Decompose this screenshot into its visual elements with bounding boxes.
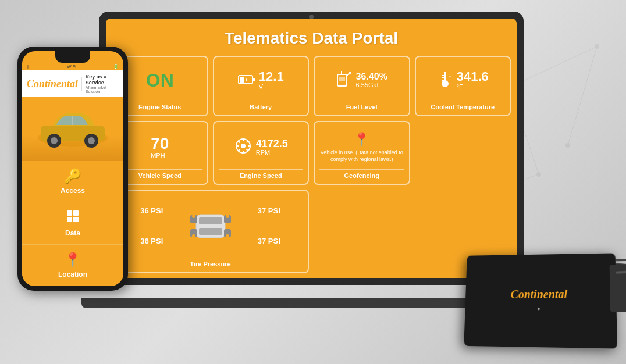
battery-label: Battery: [219, 101, 304, 110]
grid-icon: [66, 209, 80, 227]
portal-title: Telematics Data Portal: [106, 19, 517, 56]
svg-line-37: [246, 149, 248, 151]
hardware-brand: Continental: [511, 288, 567, 301]
svg-point-55: [51, 137, 58, 144]
battery-status: 🔋: [113, 64, 119, 69]
phone-menu-access[interactable]: 🔑 Access: [22, 161, 123, 202]
phone-status-bar: ||| WiFi 🔋: [22, 63, 123, 70]
pin-icon: 📍: [64, 252, 81, 268]
phone-service-sub: Aftermarket Solution: [86, 85, 119, 94]
phone-header-text: Key as a Service Aftermarket Solution: [86, 74, 119, 94]
svg-rect-19: [339, 77, 345, 81]
tire-rr: 37 PSI: [235, 237, 304, 245]
laptop-screen: Telematics Data Portal ON Engine Status: [106, 19, 517, 278]
battery-values: 12.1 V: [259, 70, 284, 91]
hardware-sub: ✦: [536, 306, 541, 312]
phone-screen: ||| WiFi 🔋 Continental Key as a Service …: [22, 51, 123, 286]
speed-values: 70 MPH: [151, 135, 169, 159]
fuel-label: Fuel Level: [319, 101, 404, 110]
tire-label: Tire Pressure: [118, 258, 303, 267]
car-diagram: [187, 212, 234, 241]
svg-point-21: [349, 72, 351, 74]
laptop: Telematics Data Portal ON Engine Status: [99, 12, 524, 308]
battery-inner: + - 12.1 V: [238, 63, 284, 98]
signal-icon: |||: [27, 64, 30, 69]
svg-text:-: -: [242, 77, 244, 83]
svg-point-24: [442, 80, 449, 87]
phone-menu-data[interactable]: Data: [22, 202, 123, 245]
svg-rect-58: [67, 210, 72, 216]
svg-line-3: [568, 47, 597, 145]
coolant-values: 341.6 °F: [457, 70, 489, 91]
engine-status-inner: ON: [146, 63, 174, 98]
battery-card: + - 12.1 V Battery: [213, 56, 310, 116]
location-label: Location: [58, 270, 87, 279]
svg-rect-61: [73, 217, 79, 222]
coolant-unit: °F: [457, 83, 463, 91]
svg-point-10: [565, 143, 570, 148]
access-label: Access: [61, 187, 85, 195]
speed-inner: 70 MPH: [151, 128, 169, 167]
fuel-gallons: 6.55Gal: [356, 81, 379, 89]
phone-menu: 🔑 Access Data 📍 Location: [22, 161, 123, 286]
svg-point-57: [88, 137, 95, 144]
engine-icon: [234, 137, 252, 158]
svg-line-38: [246, 141, 248, 143]
coolant-value: 341.6: [457, 70, 489, 83]
fuel-icon: [336, 70, 353, 91]
speed-value: 70: [151, 135, 169, 152]
portal-grid: ON Engine Status + -: [106, 56, 517, 278]
fuel-percent: 36.40%: [356, 72, 387, 81]
tire-grid: 36 PSI: [118, 197, 303, 255]
hardware-device: Continental ✦: [464, 253, 617, 348]
svg-point-50: [226, 234, 229, 238]
phone-menu-location[interactable]: 📍 Location: [22, 245, 123, 286]
svg-rect-60: [67, 217, 72, 222]
geofencing-card: 📍 Vehicle in use. (Data not enabled to c…: [314, 121, 410, 185]
coolant-card: ~ ~ 341.6 °F Coolent Temperature: [415, 56, 511, 116]
battery-icon: + -: [238, 72, 255, 88]
svg-point-49: [192, 234, 195, 238]
engine-speed-value: 4172.5: [256, 138, 288, 149]
data-label: Data: [65, 229, 80, 237]
svg-rect-42: [199, 228, 222, 235]
fuel-inner: 36.40% 6.55Gal: [336, 63, 387, 98]
engine-status-value: ON: [146, 70, 174, 91]
svg-text:+: +: [245, 77, 248, 83]
wifi-icon: WiFi: [67, 64, 76, 69]
phone-service-name: Key as a Service: [86, 74, 119, 85]
tire-pressure-card: 36 PSI: [112, 190, 309, 273]
svg-rect-59: [73, 210, 79, 216]
phone-notch: [55, 51, 90, 63]
car-side-view: [32, 109, 113, 149]
svg-point-47: [192, 215, 195, 218]
engine-speed-inner: 4172.5 RPM: [234, 128, 288, 167]
divider: [81, 77, 82, 91]
speed-label: Vehicle Speed: [118, 169, 202, 179]
laptop-camera: [309, 15, 314, 19]
svg-point-8: [595, 44, 599, 49]
svg-line-39: [238, 149, 240, 151]
tire-fr: 37 PSI: [235, 206, 304, 215]
geo-inner: 📍 Vehicle in use. (Data not enabled to c…: [319, 128, 404, 167]
phone-car-image: [22, 97, 123, 161]
engine-speed-card: 4172.5 RPM Engine Speed: [213, 121, 310, 185]
geo-label: Geofencing: [319, 169, 404, 179]
phone-brand: Continental: [27, 78, 78, 90]
engine-speed-label: Engine Speed: [219, 169, 304, 179]
svg-rect-14: [252, 78, 255, 81]
speed-unit: MPH: [151, 152, 165, 159]
battery-value: 12.1: [259, 70, 284, 83]
location-icon: 📍: [354, 132, 369, 147]
wire-1: [616, 258, 626, 261]
svg-point-9: [536, 172, 541, 177]
phone-header: Continental Key as a Service Aftermarket…: [22, 70, 123, 97]
svg-point-48: [226, 215, 229, 218]
engine-speed-unit: RPM: [256, 149, 270, 156]
engine-status-label: Engine Status: [118, 101, 202, 110]
coolant-inner: ~ ~ 341.6 °F: [437, 63, 489, 98]
fuel-card: 36.40% 6.55Gal Fuel Level: [314, 56, 410, 116]
svg-point-31: [241, 144, 246, 148]
key-icon: 🔑: [64, 168, 81, 184]
battery-unit: V: [259, 83, 263, 91]
